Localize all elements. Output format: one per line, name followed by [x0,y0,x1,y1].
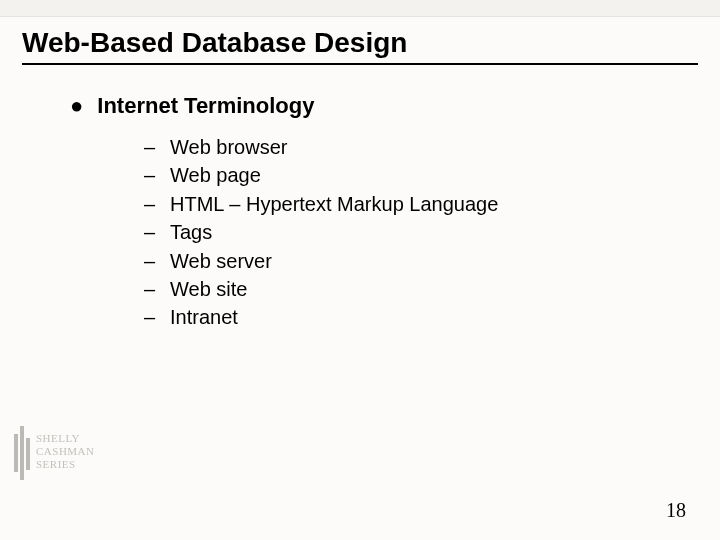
logo-bar-icon [26,438,30,470]
top-band [0,0,720,17]
list-item: – Web site [144,275,720,303]
list-item-text: Intranet [170,303,238,331]
content-area: ● Internet Terminology – Web browser – W… [70,93,720,332]
brand-line: CASHMAN [36,445,95,458]
brand-text: SHELLY CASHMAN SERIES [36,432,95,472]
dash-icon: – [144,133,170,161]
logo-bar-icon [20,426,24,480]
sub-list: – Web browser – Web page – HTML – Hypert… [144,133,720,332]
main-bullet: ● Internet Terminology [70,93,720,119]
title-rule [22,63,698,65]
list-item: – Web browser [144,133,720,161]
list-item: – Intranet [144,303,720,331]
list-item-text: Web browser [170,133,287,161]
dash-icon: – [144,161,170,189]
dash-icon: – [144,218,170,246]
brand-line: SHELLY [36,432,95,445]
list-item: – Web page [144,161,720,189]
list-item: – Tags [144,218,720,246]
dash-icon: – [144,247,170,275]
brand-logo: SHELLY CASHMAN SERIES [14,426,78,484]
list-item-text: HTML – Hypertext Markup Language [170,190,498,218]
dash-icon: – [144,275,170,303]
brand-line: SERIES [36,458,95,471]
logo-bar-icon [14,434,18,472]
list-item-text: Web server [170,247,272,275]
bullet-dot-icon: ● [70,95,83,117]
list-item: – HTML – Hypertext Markup Language [144,190,720,218]
list-item-text: Web site [170,275,247,303]
main-bullet-text: Internet Terminology [97,93,314,119]
slide-title: Web-Based Database Design [22,27,720,59]
list-item-text: Web page [170,161,261,189]
dash-icon: – [144,190,170,218]
list-item-text: Tags [170,218,212,246]
dash-icon: – [144,303,170,331]
list-item: – Web server [144,247,720,275]
page-number: 18 [666,499,686,522]
